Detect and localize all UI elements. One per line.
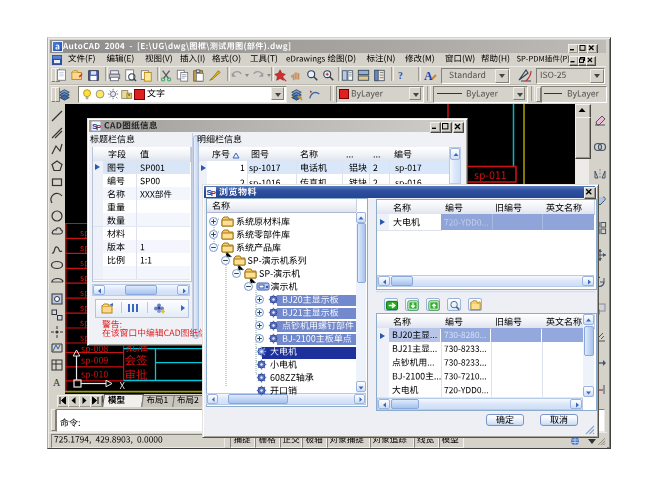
svg-text:A: A — [424, 69, 433, 83]
svg-text:?: ? — [398, 71, 403, 81]
svg-text:P: P — [96, 123, 101, 132]
svg-text:A: A — [53, 377, 61, 388]
svg-text:P: P — [211, 188, 216, 197]
